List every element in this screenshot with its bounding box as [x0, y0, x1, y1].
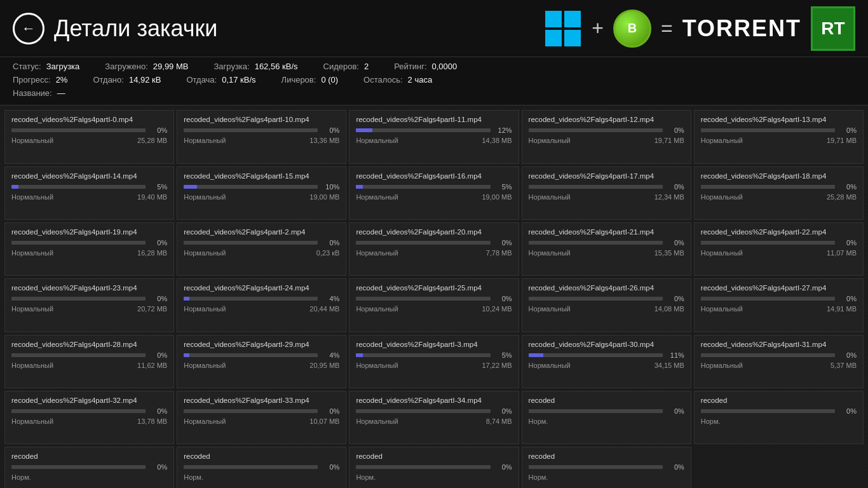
progress-row: 0% — [701, 295, 857, 302]
progress-row: 4% — [184, 351, 339, 359]
file-item[interactable]: recoded_videos%2Falgs4partI-2.mp4 0% Нор… — [177, 222, 346, 276]
file-item[interactable]: recoded_videos%2Falgs4partI-17.mp4 0% Но… — [522, 166, 691, 220]
file-name: recoded_videos%2Falgs4partI-17.mp4 — [529, 172, 684, 180]
file-item[interactable]: recoded_videos%2Falgs4partI-29.mp4 4% Но… — [177, 335, 346, 388]
file-item[interactable]: recoded_videos%2Falgs4partI-15.mp4 10% Н… — [177, 166, 346, 220]
file-item[interactable]: recoded_videos%2Falgs4partI-10.mp4 0% Но… — [177, 110, 346, 163]
file-item[interactable]: recoded_videos%2Falgs4partI-33.mp4 0% Но… — [177, 391, 346, 444]
progress-bar-fill — [356, 185, 363, 189]
rt-logo-icon: RT — [811, 6, 855, 51]
file-item[interactable]: recoded_videos%2Falgs4partI-14.mp4 5% Но… — [4, 166, 174, 220]
file-name: recoded_videos%2Falgs4partI-27.mp4 — [701, 284, 857, 292]
file-name: recoded — [529, 452, 684, 460]
progress-percent: 0% — [839, 295, 857, 302]
progress-row: 0% — [11, 351, 167, 359]
file-meta: Нормальный 0,23 кВ — [184, 249, 339, 257]
progress-bar-bg — [356, 409, 490, 413]
file-name: recoded_videos%2Falgs4partI-12.mp4 — [529, 116, 684, 123]
header: ← Детали закачки + B = TORRENT RT — [0, 0, 868, 57]
file-item[interactable]: recoded_videos%2Falgs4partI-19.mp4 0% Но… — [4, 222, 174, 276]
file-size: 25,28 MB — [137, 137, 167, 144]
file-meta: Нормальный 13,78 MB — [11, 417, 167, 425]
progress-percent: 4% — [322, 295, 339, 302]
progress-bar-bg — [529, 465, 663, 469]
file-item[interactable]: recoded_videos%2Falgs4partI-28.mp4 0% Но… — [4, 335, 174, 388]
file-size: 20,72 MB — [137, 305, 167, 313]
file-size: 34,15 MB — [654, 362, 684, 369]
file-item[interactable]: recoded 0% Норм. — [694, 391, 864, 444]
file-size: 5,37 MB — [831, 362, 857, 369]
file-item[interactable]: recoded_videos%2Falgs4partI-20.mp4 0% Но… — [349, 222, 519, 276]
progress-row: 0% — [701, 183, 857, 191]
file-meta: Нормальный 19,00 MB — [184, 193, 339, 201]
file-item[interactable]: recoded_videos%2Falgs4partI-0.mp4 0% Нор… — [4, 110, 174, 163]
progress-bar-bg — [701, 128, 835, 132]
status-label: Статус: — [13, 60, 41, 74]
file-item[interactable]: recoded_videos%2Falgs4partI-21.mp4 0% Но… — [522, 222, 691, 276]
progress-value: 2% — [56, 74, 68, 87]
file-name: recoded_videos%2Falgs4partI-22.mp4 — [701, 228, 857, 236]
file-item[interactable]: recoded_videos%2Falgs4partI-23.mp4 0% Но… — [4, 278, 174, 332]
status-bar: Статус: Загрузка Загружено: 29,99 MB Заг… — [0, 57, 868, 105]
progress-percent: 5% — [494, 351, 512, 359]
sent-value: 14,92 кВ — [129, 74, 161, 87]
back-button[interactable]: ← — [13, 13, 44, 44]
file-item[interactable]: recoded 0% Норм. — [177, 447, 346, 488]
file-meta: Нормальный 17,22 MB — [356, 362, 512, 369]
file-item[interactable]: recoded_videos%2Falgs4partI-11.mp4 12% Н… — [349, 110, 519, 163]
progress-row: 0% — [701, 407, 857, 415]
file-name: recoded_videos%2Falgs4partI-29.mp4 — [184, 341, 339, 348]
file-item[interactable]: recoded_videos%2Falgs4partI-22.mp4 0% Но… — [694, 222, 864, 276]
file-item[interactable]: recoded_videos%2Falgs4partI-30.mp4 11% Н… — [522, 335, 691, 388]
file-item[interactable]: recoded_videos%2Falgs4partI-32.mp4 0% Но… — [4, 391, 174, 444]
file-item[interactable]: recoded 0% Норм. — [4, 447, 174, 488]
file-item[interactable]: recoded_videos%2Falgs4partI-24.mp4 4% Но… — [177, 278, 346, 332]
status-row-1: Статус: Загрузка Загружено: 29,99 MB Заг… — [13, 60, 855, 74]
progress-bar-bg — [356, 185, 490, 189]
progress-percent: 0% — [667, 295, 684, 302]
progress-row: 0% — [184, 126, 339, 134]
btorrent-logo-icon: B — [613, 10, 651, 48]
peers-value: 0 (0) — [321, 74, 338, 87]
file-meta: Нормальный 19,71 MB — [701, 137, 857, 144]
progress-percent: 0% — [667, 183, 684, 191]
file-size: 11,07 MB — [827, 249, 857, 257]
file-item[interactable]: recoded 0% Норм. — [522, 447, 691, 488]
progress-bar-bg — [11, 128, 146, 132]
progress-percent: 0% — [667, 239, 684, 247]
progress-percent: 0% — [839, 351, 857, 359]
file-item[interactable]: recoded_videos%2Falgs4partI-12.mp4 0% Но… — [522, 110, 691, 163]
file-size: 10,24 MB — [482, 305, 512, 313]
progress-percent: 0% — [149, 126, 167, 134]
file-item[interactable]: recoded_videos%2Falgs4partI-27.mp4 0% Но… — [694, 278, 864, 332]
status-item-upload-speed: Отдача: 0,17 кВ/s — [186, 74, 255, 87]
file-priority: Нормальный — [356, 193, 398, 201]
torrent-text: TORRENT — [682, 15, 801, 42]
file-meta: Нормальный 14,91 MB — [701, 305, 857, 313]
file-item[interactable]: recoded_videos%2Falgs4partI-34.mp4 0% Но… — [349, 391, 519, 444]
file-item[interactable]: recoded 0% Норм. — [522, 391, 691, 444]
file-priority: Нормальный — [11, 417, 53, 425]
progress-bar-bg — [356, 353, 490, 357]
progress-row: 5% — [356, 351, 512, 359]
file-item[interactable]: recoded 0% Норм. — [349, 447, 519, 488]
file-priority: Нормальный — [184, 417, 226, 425]
file-meta: Нормальный 20,44 MB — [184, 305, 339, 313]
file-item[interactable]: recoded_videos%2Falgs4partI-13.mp4 0% Но… — [694, 110, 864, 163]
file-name: recoded_videos%2Falgs4partI-14.mp4 — [11, 172, 167, 180]
file-item[interactable]: recoded_videos%2Falgs4partI-18.mp4 0% Но… — [694, 166, 864, 220]
file-item[interactable]: recoded_videos%2Falgs4partI-26.mp4 0% Но… — [522, 278, 691, 332]
progress-row: 11% — [529, 351, 684, 359]
file-item[interactable]: recoded_videos%2Falgs4partI-31.mp4 0% Но… — [694, 335, 864, 388]
file-item[interactable]: recoded_videos%2Falgs4partI-25.mp4 0% Но… — [349, 278, 519, 332]
status-item-name: Название: — — [13, 87, 65, 100]
progress-percent: 0% — [494, 239, 512, 247]
file-meta: Норм. — [529, 473, 684, 481]
file-item[interactable]: recoded_videos%2Falgs4partI-3.mp4 5% Нор… — [349, 335, 519, 388]
progress-percent: 0% — [667, 463, 684, 471]
file-meta: Нормальный 25,28 MB — [11, 137, 167, 144]
file-name: recoded_videos%2Falgs4partI-20.mp4 — [356, 228, 512, 236]
progress-bar-bg — [184, 465, 318, 469]
progress-percent: 0% — [149, 239, 167, 247]
file-item[interactable]: recoded_videos%2Falgs4partI-16.mp4 5% Но… — [349, 166, 519, 220]
